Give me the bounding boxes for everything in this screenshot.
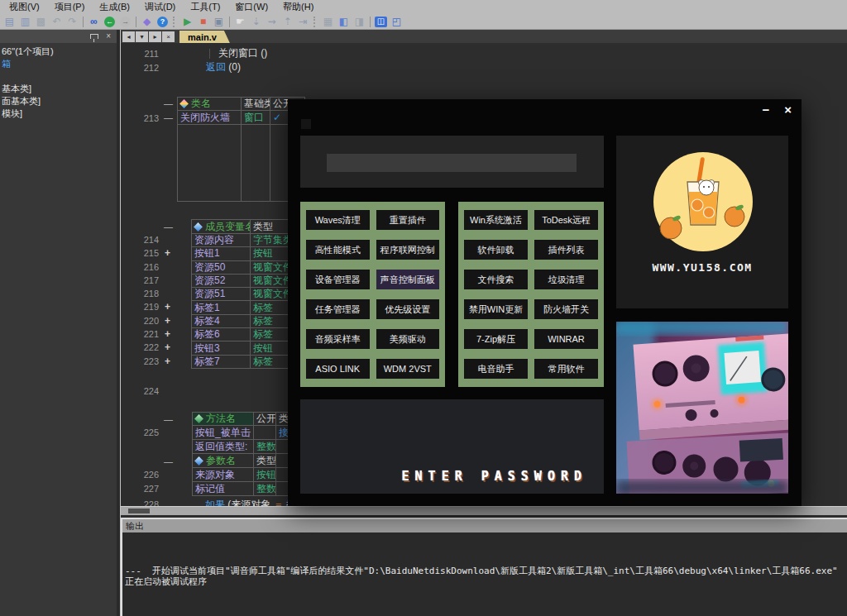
menu-item[interactable]: 生成(B) <box>92 0 137 14</box>
menu-item[interactable]: 工具(T) <box>183 0 227 14</box>
navigate-forward-icon[interactable]: → <box>120 17 131 27</box>
tab-scroll-left-icon[interactable]: ◂ <box>122 31 135 42</box>
tree-item[interactable]: 66"(1个项目) <box>2 45 117 58</box>
menu-item[interactable]: 窗口(W) <box>227 0 275 14</box>
tool-button[interactable]: 防火墙开关 <box>534 299 598 319</box>
tool-button[interactable]: 设备管理器 <box>306 270 370 289</box>
empty-cell[interactable] <box>242 125 270 202</box>
undo-icon[interactable]: ↶ <box>49 15 65 28</box>
expand-plus-icon[interactable] <box>165 260 170 274</box>
tool-button[interactable]: 软件卸载 <box>464 240 528 260</box>
tool-button[interactable]: WDM 2VST <box>376 359 440 379</box>
tool-button[interactable]: 垃圾清理 <box>534 270 598 289</box>
variable-name-cell[interactable]: 资源52 <box>192 275 251 288</box>
password-input[interactable]: ENTER PASSWORD <box>402 469 587 484</box>
tool-button[interactable]: 禁用WIN更新 <box>464 299 528 319</box>
tool-button[interactable]: 任务管理器 <box>306 299 370 319</box>
tool-button[interactable]: 电音助手 <box>464 359 528 379</box>
tool-button[interactable]: 程序联网控制 <box>376 240 440 260</box>
variable-name-cell[interactable]: 资源内容 <box>192 234 251 247</box>
expand-plus-icon[interactable] <box>165 287 170 300</box>
variable-name-cell[interactable]: 标签6 <box>192 328 251 341</box>
class-name-cell[interactable]: 关闭防火墙 <box>178 111 242 125</box>
expand-plus-icon[interactable]: + <box>165 327 170 341</box>
fold-marker[interactable]: — <box>164 222 173 232</box>
fold-marker[interactable]: — <box>164 456 173 466</box>
run-to-cursor-icon[interactable]: ⇥ <box>295 15 311 28</box>
tool-button[interactable]: 重置插件 <box>376 210 440 230</box>
tab-scroll-right-icon[interactable]: ▸ <box>149 31 161 42</box>
step-into-icon[interactable]: ⇣ <box>248 15 264 28</box>
pause-hand-icon[interactable]: ☛ <box>232 15 248 28</box>
find-icon[interactable]: ∞ <box>86 15 102 28</box>
variable-name-cell[interactable]: 标签1 <box>192 301 251 314</box>
tab-main-v[interactable]: main.v <box>179 31 230 43</box>
banner-input[interactable] <box>327 154 577 172</box>
paste-icon[interactable]: ▤ <box>2 15 17 28</box>
tool-button[interactable]: Waves清理 <box>306 210 370 230</box>
variable-name-cell[interactable]: 标签4 <box>192 315 251 328</box>
menu-item[interactable]: 帮助(H) <box>275 0 321 14</box>
tool-button[interactable]: 7-Zip解压 <box>464 329 528 349</box>
tree-item[interactable]: 基本类] <box>2 83 117 95</box>
tab-list-icon[interactable]: ▾ <box>136 31 148 42</box>
stop-icon[interactable]: ■ <box>195 15 211 28</box>
param-name-cell[interactable]: 来源对象 <box>193 468 254 482</box>
fold-marker[interactable]: — <box>164 98 173 108</box>
param-type-cell[interactable]: 整数 <box>254 482 276 496</box>
fold-marker[interactable]: — <box>164 112 173 122</box>
scrollbar-thumb[interactable] <box>128 509 150 513</box>
step-over-icon[interactable]: ⇝ <box>264 15 280 28</box>
tool-button[interactable]: WINRAR <box>534 329 598 349</box>
expand-plus-icon[interactable] <box>165 274 170 287</box>
return-type-value-cell[interactable]: 整数 <box>254 440 276 454</box>
run-icon[interactable]: ▶ <box>179 15 195 28</box>
help-icon[interactable]: ? <box>157 17 168 27</box>
minimize-button[interactable]: − <box>762 103 769 116</box>
fold-marker[interactable]: — <box>164 414 173 424</box>
close-icon[interactable]: × <box>106 32 111 41</box>
param-name-cell[interactable]: 标记值 <box>193 482 254 496</box>
tree-item[interactable]: 模块] <box>2 107 117 120</box>
tool-button[interactable]: 优先级设置 <box>376 299 440 319</box>
step-out-icon[interactable]: ⇡ <box>280 15 295 28</box>
variable-name-cell[interactable]: 标签7 <box>192 356 251 369</box>
base-class-cell[interactable]: 窗口 <box>242 111 270 125</box>
tool-button[interactable]: 常用软件 <box>534 359 598 379</box>
expand-plus-icon[interactable]: + <box>165 246 170 260</box>
redo-icon[interactable]: ↷ <box>65 15 80 28</box>
tool-button[interactable]: 文件搜索 <box>464 270 528 289</box>
attach-process-icon[interactable]: ▣ <box>211 15 227 28</box>
expand-plus-icon[interactable]: + <box>165 314 170 327</box>
return-type-label-cell[interactable]: 返回值类型: <box>193 440 254 454</box>
variable-name-cell[interactable]: 资源51 <box>192 288 251 301</box>
tool-button[interactable]: Win系统激活 <box>464 210 528 230</box>
variable-name-cell[interactable]: 资源50 <box>192 261 251 275</box>
tool-button[interactable]: 插件列表 <box>534 240 598 260</box>
tool-button[interactable]: ASIO LINK <box>306 359 370 379</box>
view-search-icon[interactable]: ◰ <box>389 15 404 28</box>
method-public-cell[interactable] <box>254 426 276 440</box>
param-type-cell[interactable]: 按钮 <box>254 468 276 482</box>
expand-plus-icon[interactable] <box>165 233 170 246</box>
view-grid-icon[interactable]: ◫ <box>375 17 387 27</box>
expand-plus-icon[interactable]: + <box>165 300 170 313</box>
tool-button[interactable]: 声音控制面板 <box>376 270 440 289</box>
tool-button[interactable]: 高性能模式 <box>306 240 370 260</box>
pin-icon[interactable] <box>90 34 98 39</box>
horizontal-scrollbar[interactable] <box>121 506 847 515</box>
build-icon[interactable]: ▦ <box>320 15 336 28</box>
tree-item-selected[interactable]: 箱 <box>2 58 117 70</box>
menu-item[interactable]: 调试(D) <box>137 0 183 14</box>
menu-item[interactable]: 项目(P) <box>47 0 93 14</box>
method-name-cell[interactable]: 按钮_被单击 <box>193 426 254 440</box>
tool-button[interactable]: 美频驱动 <box>376 329 440 349</box>
empty-cell[interactable] <box>178 125 242 202</box>
layers-icon[interactable]: ◧ <box>336 15 352 28</box>
expand-plus-icon[interactable]: + <box>165 355 170 368</box>
tree-item[interactable]: 面基本类] <box>2 95 117 107</box>
copy-icon[interactable]: ▥ <box>17 15 33 28</box>
component-icon[interactable]: ◆ <box>139 15 155 28</box>
expand-plus-icon[interactable]: + <box>165 341 170 354</box>
navigate-back-icon[interactable]: ← <box>104 17 115 27</box>
